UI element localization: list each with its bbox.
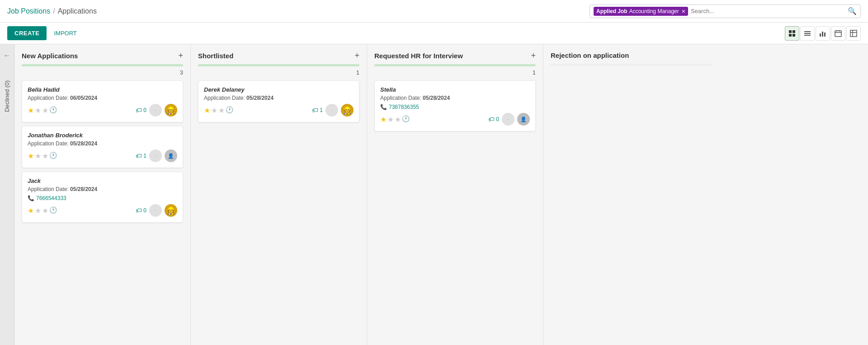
card-footer-bella-hadid: ★ ★ ★ 🕐 🏷 0 · 👷 bbox=[28, 104, 177, 117]
tag-count-value: 0 bbox=[143, 107, 146, 113]
stars-bella-hadid: ★ ★ ★ 🕐 bbox=[28, 106, 57, 115]
filter-tag-close-icon[interactable]: × bbox=[682, 8, 685, 15]
tag-count-value: 1 bbox=[320, 107, 323, 113]
card-actions-derek-delaney: 🏷 1 · 👷 bbox=[312, 104, 354, 117]
column-add-button-shortlisted[interactable]: + bbox=[354, 51, 359, 60]
clock-icon: 🕐 bbox=[226, 106, 233, 115]
card-derek-delaney[interactable]: Derek Delaney Application Date: 05/28/20… bbox=[198, 80, 359, 122]
board-wrapper: ← Declined (0) New Applications + 3 Bell… bbox=[0, 44, 868, 345]
filter-tag-applied-job[interactable]: Applied Job Accounting Manager × bbox=[594, 7, 688, 16]
star-1[interactable]: ★ bbox=[28, 106, 34, 115]
clock-icon: 🕐 bbox=[49, 206, 57, 215]
kanban-board: New Applications + 3 Bella Hadid Applica… bbox=[14, 44, 720, 345]
column-count-requested-hr-interview: 1 bbox=[374, 69, 536, 76]
tag-count-jack: 🏷 0 bbox=[136, 207, 146, 214]
card-footer-derek-delaney: ★ ★ ★ 🕐 🏷 1 · 👷 bbox=[204, 104, 354, 117]
search-input[interactable] bbox=[691, 8, 845, 14]
tag-count-value: 1 bbox=[143, 153, 146, 159]
view-switcher bbox=[785, 26, 861, 41]
card-actions-stella: 🏷 0 · 👤 bbox=[488, 113, 530, 126]
svg-rect-0 bbox=[789, 30, 792, 33]
clock-icon: 🕐 bbox=[402, 115, 410, 124]
star-3[interactable]: ★ bbox=[42, 206, 48, 215]
breadcrumb-current: Applications bbox=[58, 7, 97, 15]
star-2[interactable]: ★ bbox=[211, 106, 217, 115]
search-icon[interactable]: 🔍 bbox=[848, 7, 857, 15]
column-progress-bar-new-applications bbox=[22, 64, 183, 66]
star-1[interactable]: ★ bbox=[28, 206, 34, 215]
star-2[interactable]: ★ bbox=[35, 206, 41, 215]
card-actions-jack: 🏷 0 · 👷 bbox=[136, 204, 177, 217]
star-2[interactable]: ★ bbox=[35, 106, 41, 115]
clock-icon: 🕐 bbox=[49, 152, 57, 160]
star-3[interactable]: ★ bbox=[218, 106, 225, 115]
card-bella-hadid[interactable]: Bella Hadid Application Date: 06/05/2024… bbox=[22, 80, 183, 122]
calendar-view-button[interactable] bbox=[831, 26, 845, 41]
star-1[interactable]: ★ bbox=[380, 115, 387, 124]
svg-rect-7 bbox=[820, 33, 821, 37]
star-3[interactable]: ★ bbox=[42, 106, 48, 115]
svg-rect-9 bbox=[824, 33, 826, 37]
toolbar: CREATE IMPORT bbox=[0, 23, 868, 44]
column-header-shortlisted: Shortlisted + bbox=[198, 51, 359, 60]
avatar-placeholder-bella-hadid: · bbox=[149, 104, 162, 117]
card-stella[interactable]: Stella Application Date: 05/28/2024 📞 73… bbox=[374, 80, 536, 131]
star-3[interactable]: ★ bbox=[395, 115, 401, 124]
svg-rect-3 bbox=[793, 34, 795, 37]
column-shortlisted: Shortlisted + 1 Derek Delaney Applicatio… bbox=[191, 44, 367, 345]
column-add-button-new-applications[interactable]: + bbox=[178, 51, 183, 60]
card-jonathan-broderick[interactable]: Jonathan Broderick Application Date: 05/… bbox=[22, 126, 183, 168]
star-2[interactable]: ★ bbox=[387, 115, 394, 124]
filter-tag-label: Applied Job bbox=[596, 8, 627, 14]
declined-label: Declined (0) bbox=[4, 80, 10, 112]
svg-rect-10 bbox=[835, 31, 841, 37]
avatar-stella: 👤 bbox=[517, 113, 530, 126]
chart-view-button[interactable] bbox=[816, 26, 830, 41]
collapse-arrow-icon[interactable]: ← bbox=[4, 51, 11, 60]
pivot-view-button[interactable] bbox=[846, 26, 861, 41]
tag-icon: 🏷 bbox=[312, 107, 318, 114]
svg-rect-8 bbox=[822, 32, 823, 37]
card-phone-jack: 📞 7666544333 bbox=[28, 195, 177, 201]
card-actions-jonathan-broderick: 🏷 1 · 👤 bbox=[136, 149, 177, 162]
column-title-shortlisted: Shortlisted bbox=[198, 52, 233, 60]
avatar-jonathan-broderick: 👤 bbox=[165, 149, 177, 162]
column-header-rejection-on-application: Rejection on application bbox=[551, 51, 712, 59]
stars-stella: ★ ★ ★ 🕐 bbox=[380, 115, 410, 124]
column-add-button-requested-hr-interview[interactable]: + bbox=[531, 51, 536, 60]
card-name-derek-delaney: Derek Delaney bbox=[204, 86, 354, 93]
svg-rect-4 bbox=[804, 31, 811, 32]
create-button[interactable]: CREATE bbox=[7, 26, 47, 40]
column-title-new-applications: New Applications bbox=[22, 52, 78, 60]
svg-rect-6 bbox=[804, 35, 811, 36]
tag-count-jonathan-broderick: 🏷 1 bbox=[136, 152, 146, 159]
star-2[interactable]: ★ bbox=[35, 152, 41, 160]
svg-rect-1 bbox=[793, 30, 795, 33]
card-name-jack: Jack bbox=[28, 177, 177, 184]
card-name-stella: Stella bbox=[380, 86, 530, 93]
card-jack[interactable]: Jack Application Date: 05/28/2024 📞 7666… bbox=[22, 172, 183, 223]
star-1[interactable]: ★ bbox=[28, 152, 34, 160]
column-progress-bar-rejection bbox=[551, 64, 712, 66]
filter-tag-value: Accounting Manager bbox=[629, 8, 679, 14]
avatar-bella-hadid: 👷 bbox=[165, 104, 177, 117]
star-3[interactable]: ★ bbox=[42, 152, 48, 160]
star-1[interactable]: ★ bbox=[204, 106, 210, 115]
card-footer-stella: ★ ★ ★ 🕐 🏷 0 · 👤 bbox=[380, 113, 530, 126]
phone-icon: 📞 bbox=[28, 195, 34, 201]
kanban-view-button[interactable] bbox=[785, 26, 799, 41]
column-title-rejection-on-application: Rejection on application bbox=[551, 51, 629, 59]
import-button[interactable]: IMPORT bbox=[50, 26, 80, 40]
svg-rect-5 bbox=[804, 33, 811, 34]
stars-jonathan-broderick: ★ ★ ★ 🕐 bbox=[28, 152, 57, 160]
avatar-placeholder-stella: · bbox=[502, 113, 514, 126]
card-date-bella-hadid: Application Date: 06/05/2024 bbox=[28, 95, 177, 101]
breadcrumb-job-positions[interactable]: Job Positions bbox=[7, 7, 50, 15]
card-footer-jonathan-broderick: ★ ★ ★ 🕐 🏷 1 · 👤 bbox=[28, 149, 177, 162]
stars-derek-delaney: ★ ★ ★ 🕐 bbox=[204, 106, 233, 115]
list-view-button[interactable] bbox=[800, 26, 815, 41]
column-rejection-on-application: Rejection on application bbox=[543, 44, 720, 345]
toolbar-left: CREATE IMPORT bbox=[7, 26, 80, 40]
tag-icon: 🏷 bbox=[136, 107, 142, 114]
column-header-requested-hr-interview: Requested HR for Interview + bbox=[374, 51, 536, 60]
